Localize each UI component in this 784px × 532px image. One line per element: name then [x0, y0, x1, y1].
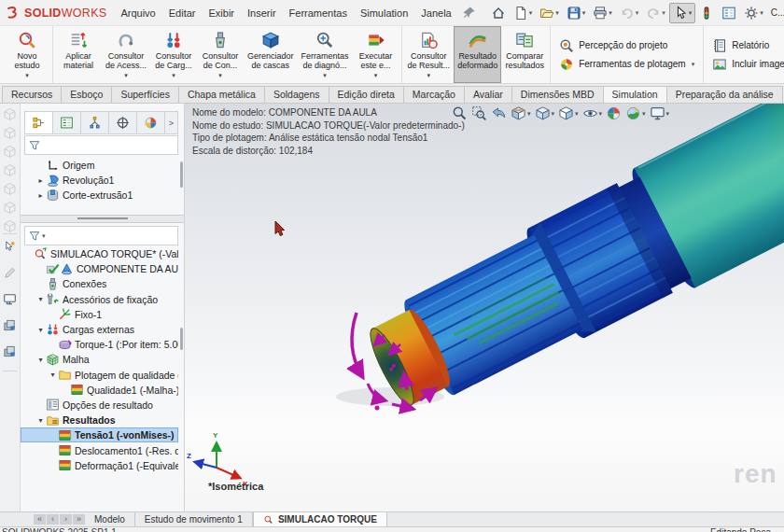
tree-item-acessorios-fixacao[interactable]: ▾Acessórios de fixação	[21, 292, 178, 307]
properties-button[interactable]	[718, 3, 740, 23]
new-button[interactable]: ▾	[510, 3, 537, 23]
hud-hide-show[interactable]: ▾	[582, 105, 603, 121]
bodies-2-icon[interactable]	[3, 344, 17, 358]
tree-item-conexoes[interactable]: Conexões	[21, 276, 178, 291]
view-cube-4-icon[interactable]	[3, 163, 17, 177]
collapse-arrow-icon[interactable]: ▾	[48, 371, 58, 379]
tree-item-deformacao1[interactable]: Deformação1 (-Equivalente-)	[21, 458, 178, 473]
scrollbar-thumb[interactable]	[180, 328, 183, 350]
toolbar-button-aplicar-material[interactable]: Aplicarmaterial	[55, 26, 102, 83]
tab-avaliar[interactable]: Avaliar	[464, 86, 512, 103]
hud-view-settings[interactable]: ▾	[650, 105, 670, 121]
feature-manager-tab-display[interactable]	[137, 112, 165, 133]
tree-item-revolucao1[interactable]: ▸Revolução1	[21, 173, 178, 188]
tab-chapa-metalica[interactable]: Chapa metálica	[178, 86, 265, 103]
tree-item-resultados[interactable]: ▾Resultados	[21, 413, 178, 427]
tab-recursos[interactable]: Recursos	[2, 86, 62, 103]
open-button[interactable]: ▾	[536, 3, 563, 23]
tree-item-deslocamento1[interactable]: Deslocamento1 (-Res. desl.-)	[21, 442, 178, 457]
collapse-arrow-icon[interactable]: ▾	[35, 416, 46, 425]
toolbar-button-consultor-conexoes[interactable]: Consultorde Con...▾	[197, 26, 244, 83]
tab-marcacao[interactable]: Marcação	[403, 86, 465, 103]
tree-item-tensao1[interactable]: Tensão1 (-vonMises-)	[21, 427, 178, 442]
hud-zoom-area[interactable]	[471, 105, 487, 121]
tree-item-plotagem-qualidade[interactable]: ▾Plotagem de qualidade de ma	[21, 368, 178, 383]
tab-preparacao-analise[interactable]: Preparação da análise	[666, 86, 783, 103]
tab-edicao-direta[interactable]: Edição direta	[329, 86, 404, 103]
menu-ferramentas[interactable]: Ferramentas	[283, 0, 354, 25]
print-button[interactable]: ▾	[589, 3, 616, 23]
toolbar-button-consultor-acessorios[interactable]: Consultorde Acess...▾	[102, 26, 150, 83]
view-cube-3-icon[interactable]	[3, 145, 17, 159]
home-button[interactable]	[487, 3, 510, 23]
document-tab-estudo-movimento-1[interactable]: Estudo de movimento 1	[135, 512, 253, 526]
tab-superficies[interactable]: Superfícies	[111, 86, 179, 103]
tree-item-malha[interactable]: ▾Malha	[21, 352, 178, 367]
hud-edit-appearance[interactable]	[606, 105, 622, 121]
toolbar-button-ferramentas-diagnostico[interactable]: Ferramentasde diagnó...▾	[298, 26, 353, 83]
tree-item-qualidade1[interactable]: Qualidade1 (-Malha-)	[21, 383, 178, 398]
expand-arrow-icon[interactable]: ▸	[35, 176, 46, 185]
tab-simulation[interactable]: Simulation	[603, 86, 667, 103]
feature-manager-tab-configurations[interactable]	[81, 112, 109, 133]
menu-editar[interactable]: Editar	[162, 0, 203, 25]
toolbar-button-relatorio[interactable]: Relatório	[712, 38, 784, 53]
save-button[interactable]: ▾	[563, 3, 590, 23]
menu-arquivo[interactable]: Arquivo	[114, 0, 161, 25]
tree-item-fixo-1[interactable]: Fixo-1	[21, 307, 178, 322]
panel-grip[interactable]	[21, 105, 184, 110]
collapse-arrow-icon[interactable]: ▾	[35, 356, 46, 364]
hud-zoom-fit[interactable]	[452, 105, 468, 121]
menu-inserir[interactable]: Inserir	[241, 0, 283, 25]
feature-manager-tab-properties[interactable]	[53, 112, 81, 133]
toolbar-button-gerenciador-cascas[interactable]: Gerenciadorde cascas	[244, 26, 298, 83]
tab-dimensoes-mbd[interactable]: Dimensões MBD	[511, 86, 604, 103]
view-cube-1-icon[interactable]	[3, 107, 17, 121]
hud-apply-scene[interactable]: ▾	[625, 105, 646, 121]
view-cube-2-icon[interactable]	[3, 126, 17, 140]
select-button[interactable]: ▾	[669, 3, 696, 23]
tree-item-componente[interactable]: COMPONENTE DA AULA (-Al	[21, 261, 178, 276]
tree-item-opcoes-resultado[interactable]: Opções de resultado	[21, 398, 178, 413]
toolbar-button-ferramentas-plotagem[interactable]: Ferramentas de plotagem▾	[559, 57, 694, 72]
document-tab-simulacao-torque[interactable]: SIMULACAO TORQUE	[253, 512, 387, 526]
expand-arrow-icon[interactable]: ▸	[35, 191, 46, 200]
tab-nav-next-button[interactable]: ›	[60, 514, 72, 525]
tree-item-torque-1[interactable]: Torque-1 (:Por item: 5.000 kgf	[21, 337, 178, 352]
options-button[interactable]: ▾	[740, 3, 767, 23]
bodies-1-icon[interactable]	[3, 318, 17, 332]
tab-nav-first-button[interactable]: «	[34, 514, 46, 525]
document-tab-modelo[interactable]: Modelo	[85, 512, 135, 526]
tree-item-corte-extrusao1[interactable]: ▸Corte-extrusão1	[21, 188, 178, 203]
toolbar-button-incluir-imagem[interactable]: Incluir imagem no relatório	[712, 57, 784, 72]
filter-bar-2[interactable]: ▾	[24, 226, 178, 245]
toolbar-button-resultado-deformado[interactable]: Resultadodeformado	[454, 26, 501, 83]
tree-item-estudo[interactable]: SIMULACAO TORQUE* (-Valor predete	[21, 246, 178, 261]
toolbar-button-consultor-resultados[interactable]: Consultorde Result...▾	[404, 26, 455, 83]
feature-manager-tab-dimxpert[interactable]	[109, 112, 137, 133]
view-cube-7-icon[interactable]	[3, 219, 17, 233]
collapse-arrow-icon[interactable]: ▾	[35, 326, 46, 334]
tree-item-origem[interactable]: Origem	[21, 158, 178, 173]
pin-icon[interactable]	[462, 6, 476, 20]
scrollbar-thumb[interactable]	[180, 161, 183, 188]
hud-previous-view[interactable]	[491, 105, 507, 121]
screen-tool-icon[interactable]	[3, 292, 17, 306]
feature-manager-tab-features[interactable]	[25, 112, 53, 133]
menu-exibir[interactable]: Exibir	[202, 0, 241, 25]
interference-button[interactable]	[695, 3, 718, 23]
toolbar-button-comparar-resultados[interactable]: Compararresultados	[501, 26, 548, 83]
redo-button[interactable]: ▾	[642, 3, 669, 23]
tree-item-cargas-externas[interactable]: ▾Cargas externas	[21, 322, 178, 337]
tab-nav-last-button[interactable]: »	[73, 514, 85, 525]
edit-sketch-icon[interactable]	[3, 266, 17, 280]
tab-esboco[interactable]: Esboço	[61, 86, 112, 103]
panel-splitter[interactable]	[21, 215, 184, 223]
hud-view-orientation[interactable]: ▾	[535, 105, 555, 121]
toolbar-overflow[interactable]: C...	[771, 7, 784, 18]
hud-display-style[interactable]: ▾	[558, 105, 579, 121]
tab-overflow[interactable]: >	[165, 112, 177, 133]
menu-simulation[interactable]: Simulation	[354, 0, 414, 25]
view-cube-5-icon[interactable]	[3, 182, 17, 196]
graphics-viewport[interactable]: Y X Z Nome do modelo: COMPONENTE DA AULA…	[185, 104, 784, 511]
